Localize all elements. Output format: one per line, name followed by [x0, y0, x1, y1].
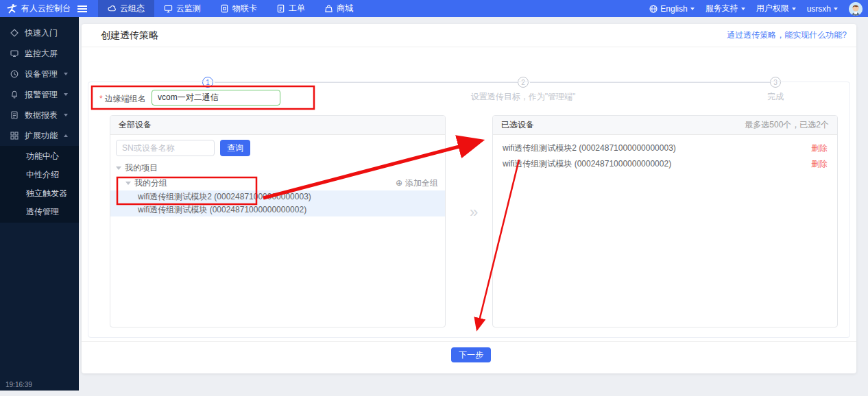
- selected-device-row: wifi透传组测试模块 (00024871000000000002) 删除: [493, 156, 837, 172]
- topbar: 有人云控制台 云组态 云监测 物联卡: [0, 0, 868, 17]
- device-tree-item[interactable]: wifi透传组测试模块2 (00024871000000000003): [110, 190, 445, 203]
- selected-device-row: wifi透传组测试模块2 (00024871000000000003) 删除: [493, 140, 837, 156]
- nav-tabs: 云组态 云监测 物联卡 工单: [98, 0, 363, 17]
- plus-circle-icon: ⊕: [396, 178, 402, 188]
- sidebar: 快速入门 监控大屏 设备管理 报警管理 数据报表: [0, 17, 79, 391]
- brand: 有人云控制台: [0, 3, 71, 14]
- all-devices-header: 全部设备: [110, 116, 445, 135]
- nav-tab-cloud-config[interactable]: 云组态: [98, 0, 154, 17]
- selected-devices-panel: 已选设备 最多选500个，已选2个 wifi透传组测试模块2 (00024871…: [492, 115, 838, 327]
- sidebar-subitem-function-center[interactable]: 功能中心: [0, 147, 79, 166]
- device-tree: 我的项目 我的分组 ⊕ 添加全组 wifi透传组测试模块2 (000248710…: [110, 160, 445, 216]
- chevron-down-icon: [690, 8, 695, 10]
- sidebar-item-extended-functions[interactable]: 扩展功能: [0, 125, 79, 146]
- help-link[interactable]: 通过透传策略，能实现什么功能?: [727, 29, 847, 41]
- globe-icon: [649, 5, 658, 13]
- group-name-input[interactable]: [152, 90, 280, 106]
- username-label: usrsxh: [807, 4, 831, 14]
- chevron-down-icon: [792, 8, 796, 10]
- menu-toggle-icon[interactable]: [77, 4, 87, 14]
- report-icon: [10, 111, 19, 119]
- grid-icon: [10, 132, 19, 140]
- chevron-down-icon: [741, 8, 745, 10]
- sidebar-subitem-passthrough-management[interactable]: 透传管理: [0, 203, 79, 221]
- device-icon: [10, 70, 19, 78]
- selected-device-name: wifi透传组测试模块 (00024871000000000002): [503, 158, 671, 170]
- delete-button[interactable]: 删除: [811, 143, 828, 154]
- chevron-down-icon: [834, 8, 838, 10]
- chevron-down-icon: [64, 73, 68, 75]
- usr-logo-icon: [7, 3, 17, 14]
- sidebar-item-label: 数据报表: [25, 110, 58, 121]
- delete-button[interactable]: 删除: [811, 158, 828, 170]
- selected-device-name: wifi透传组测试模块2 (00024871000000000003): [503, 143, 676, 154]
- tree-expand-icon[interactable]: [125, 182, 131, 185]
- service-support-label: 服务支持: [706, 3, 738, 14]
- sidebar-subitem-neutral-intro[interactable]: 中性介绍: [0, 166, 79, 184]
- brand-title: 有人云控制台: [21, 3, 71, 14]
- work-order-icon: [276, 4, 285, 13]
- tree-node-project[interactable]: 我的项目: [110, 160, 445, 175]
- chevron-down-icon: [64, 93, 68, 96]
- selected-devices-title: 已选设备: [501, 119, 534, 131]
- device-search-row: 查询: [116, 140, 439, 156]
- sidebar-item-label: 扩展功能: [25, 130, 58, 142]
- transfer-right-icon: »: [459, 203, 489, 221]
- sidebar-clock: 19:16:39: [5, 381, 32, 388]
- monitor-icon: [164, 4, 173, 13]
- device-search-input[interactable]: [116, 140, 215, 156]
- sidebar-item-alarm-management[interactable]: 报警管理: [0, 84, 79, 105]
- sidebar-item-label: 监控大屏: [25, 48, 58, 60]
- card-header: 创建透传策略 通过透传策略，能实现什么功能?: [82, 24, 856, 47]
- selected-devices-header: 已选设备 最多选500个，已选2个: [493, 116, 837, 135]
- sidebar-item-device-management[interactable]: 设备管理: [0, 64, 79, 84]
- nav-tab-label: 云监测: [176, 3, 201, 14]
- tree-expand-icon[interactable]: [116, 166, 121, 170]
- screen-icon: [10, 49, 19, 58]
- nav-tab-label: 商城: [337, 3, 353, 14]
- user-permission-label: 用户权限: [756, 3, 789, 14]
- avatar-image: [849, 2, 863, 16]
- user-account-menu[interactable]: usrsxh: [807, 4, 838, 14]
- main-card: 创建透传策略 通过透传策略，能实现什么功能? 1 2 3 选择一组"边缘端"设备…: [82, 24, 856, 373]
- nav-tab-label: 工单: [289, 3, 305, 14]
- tree-node-group[interactable]: 我的分组 ⊕ 添加全组: [110, 175, 445, 190]
- search-button[interactable]: 查询: [220, 140, 250, 156]
- sidebar-item-monitor-screen[interactable]: 监控大屏: [0, 43, 79, 64]
- sim-card-icon: [220, 4, 229, 13]
- sidebar-item-label: 快速入门: [25, 27, 58, 39]
- nav-tab-label: 物联卡: [232, 3, 257, 14]
- next-step-button[interactable]: 下一步: [451, 347, 491, 362]
- tree-group-label: 我的分组: [134, 177, 167, 189]
- alarm-bell-icon: [10, 90, 19, 99]
- required-mark: *: [99, 94, 103, 103]
- selection-limit-text: 最多选500个，已选2个: [745, 119, 829, 131]
- chevron-up-icon: [64, 134, 68, 137]
- group-name-label: *边缘端组名: [99, 93, 146, 105]
- service-support-menu[interactable]: 服务支持: [706, 3, 745, 14]
- nav-tab-mall[interactable]: 商城: [315, 0, 363, 17]
- user-permission-menu[interactable]: 用户权限: [756, 3, 796, 14]
- sidebar-item-quick-start[interactable]: 快速入门: [0, 23, 79, 43]
- all-devices-panel: 全部设备 查询 我的项目 我的分组 ⊕ 添加全组 wifi透传组测试模块2 (: [110, 115, 446, 327]
- avatar[interactable]: [849, 2, 863, 16]
- device-tree-item[interactable]: wifi透传组测试模块 (00024871000000000002): [110, 203, 445, 216]
- chevron-down-icon: [64, 114, 68, 116]
- nav-tab-cloud-monitor[interactable]: 云监测: [154, 0, 210, 17]
- cloud-icon: [108, 4, 117, 13]
- nav-tab-iot-card[interactable]: 物联卡: [210, 0, 267, 17]
- all-devices-title: 全部设备: [119, 119, 152, 131]
- language-label: English: [660, 4, 687, 14]
- nav-tab-work-order[interactable]: 工单: [267, 0, 315, 17]
- add-whole-group-button[interactable]: ⊕ 添加全组: [396, 177, 438, 189]
- language-switcher[interactable]: English: [649, 4, 694, 14]
- nav-tab-label: 云组态: [120, 3, 145, 14]
- sidebar-item-data-report[interactable]: 数据报表: [0, 105, 79, 125]
- mall-icon: [324, 4, 333, 13]
- tree-project-label: 我的项目: [125, 162, 158, 174]
- footer-divider: [82, 341, 856, 342]
- sidebar-item-label: 报警管理: [25, 89, 58, 101]
- stepper: 1 2 3 选择一组"边缘端"设备 设置透传目标，作为"管理端" 完成: [82, 47, 856, 82]
- selected-devices-list: wifi透传组测试模块2 (00024871000000000003) 删除 w…: [493, 135, 837, 172]
- sidebar-subitem-independent-trigger[interactable]: 独立触发器: [0, 184, 79, 203]
